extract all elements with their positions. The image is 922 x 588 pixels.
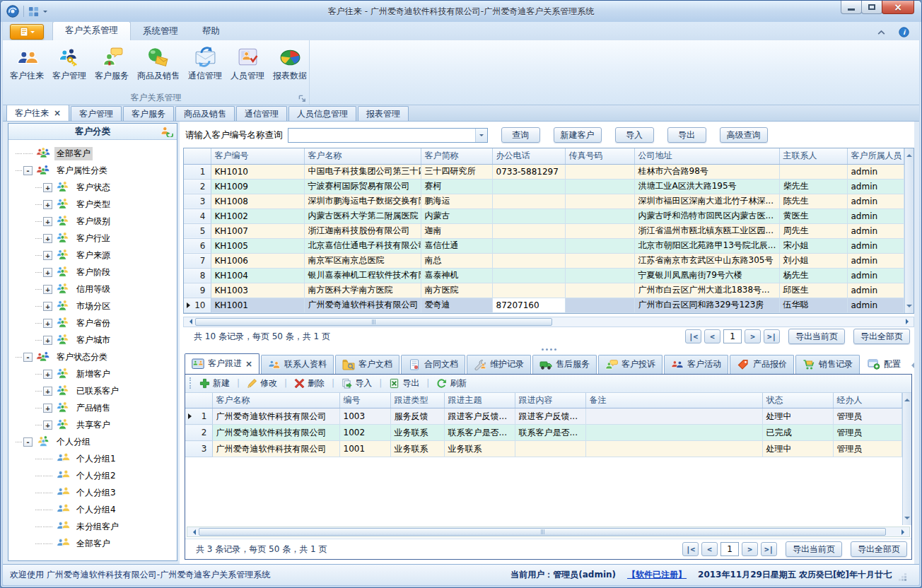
minimize-button[interactable]	[841, 1, 862, 14]
edit-button[interactable]: 修改	[245, 377, 279, 389]
tree-item[interactable]: 个人分组3	[8, 484, 177, 501]
scroll-left-icon[interactable]	[184, 317, 194, 327]
window-layout-icon[interactable]	[28, 6, 39, 17]
scroll-down-icon[interactable]	[904, 517, 910, 522]
expand-toggle-icon[interactable]: +	[43, 183, 52, 192]
table-row[interactable]: 1广州爱奇迪软件科技有限公司1003服务反馈跟进客户反馈...跟进客户反馈...…	[185, 408, 902, 425]
resize-grip-icon[interactable]	[904, 579, 906, 581]
export-current-page-button[interactable]: 导出当前页	[786, 541, 842, 557]
scroll-right-icon[interactable]	[899, 527, 909, 536]
tab-close-icon[interactable]: ×	[245, 360, 252, 368]
tree-item[interactable]: +市场分区	[8, 298, 177, 314]
import-button[interactable]: 导入	[339, 377, 374, 389]
table-row[interactable]: 5KH1007浙江迦南科技股份有限公司迦南浙江省温州市瓯北镇东瓯工业区园...周…	[184, 223, 904, 238]
advanced-query-button[interactable]: 高级查询	[720, 127, 768, 143]
expand-toggle-icon[interactable]: -	[23, 437, 33, 447]
panel-splitter[interactable]	[183, 346, 914, 353]
add-button[interactable]: 新建	[197, 377, 232, 389]
search-input[interactable]	[288, 129, 475, 142]
page-number-input[interactable]	[723, 329, 742, 343]
first-page-button[interactable]: |<	[685, 329, 701, 343]
ribbon-button[interactable]: 客户服务	[91, 44, 133, 83]
main-grid-horizontal-scrollbar[interactable]	[183, 317, 914, 327]
export-all-pages-button[interactable]: 导出全部页	[853, 329, 910, 344]
scrollbar-thumb[interactable]	[195, 318, 552, 326]
table-row[interactable]: 3KH1008深圳市鹏海运电子数据交换有限公司鹏海运深圳市福田区深南大道北竹子林…	[184, 194, 904, 208]
detail-tab[interactable]: 联系人资料	[261, 355, 334, 374]
export-button[interactable]: 导出	[387, 377, 421, 389]
ribbon-button[interactable]: 人员管理	[226, 44, 269, 83]
expand-toggle-icon[interactable]: +	[43, 268, 52, 277]
last-page-button[interactable]: >|	[761, 542, 777, 556]
table-row[interactable]: 7KH1006南京军区南京总医院南总江苏省南京市玄武区中山东路305号刘小姐ad…	[184, 253, 904, 268]
prev-page-button[interactable]: <	[704, 329, 720, 343]
table-row[interactable]: 2KH1009宁波赛柯国际贸易有限公司赛柯洪塘工业A区洪大路195号柴先生adm…	[184, 179, 904, 194]
column-header[interactable]: 编号	[339, 393, 390, 408]
tab-close-icon[interactable]: ×	[54, 110, 61, 117]
tree-item[interactable]: 个人分组1	[8, 450, 177, 467]
export-button[interactable]: 导出	[667, 127, 706, 143]
detail-tab[interactable]: 合同文档	[401, 355, 465, 374]
maximize-button[interactable]	[861, 1, 882, 14]
expand-toggle-icon[interactable]: +	[43, 387, 52, 396]
column-header[interactable]: 跟进内容	[515, 393, 585, 408]
tree-item[interactable]: +新增客户	[8, 365, 177, 382]
document-tab[interactable]: 通信管理	[236, 106, 287, 121]
page-number-input[interactable]	[720, 542, 739, 556]
ribbon-tab[interactable]: 帮助	[190, 23, 232, 40]
main-grid-vertical-scrollbar[interactable]	[904, 148, 914, 313]
table-row[interactable]: 4KH1002内蒙古医科大学第二附属医院内蒙古内蒙古呼和浩特市回民区内蒙古医..…	[184, 208, 904, 223]
column-header[interactable]: 客户名称	[304, 148, 421, 164]
new-customer-button[interactable]: 新建客户	[554, 127, 602, 143]
next-page-button[interactable]: >	[745, 329, 761, 343]
tree-item[interactable]: 全部客户	[8, 145, 177, 162]
detail-tab[interactable]: 销售记录	[795, 355, 860, 374]
detail-tab[interactable]: 产品报价	[730, 355, 794, 374]
expand-toggle-icon[interactable]: -	[23, 353, 33, 362]
tree-item[interactable]: +信用等级	[8, 281, 177, 298]
expand-toggle-icon[interactable]: +	[43, 234, 52, 243]
tree-item[interactable]: 个人分组4	[8, 501, 177, 518]
column-header[interactable]: 备注	[585, 393, 762, 408]
qat-dropdown-icon[interactable]	[43, 11, 47, 15]
column-header[interactable]: 客户编号	[211, 148, 304, 164]
prev-page-button[interactable]: <	[701, 542, 718, 556]
column-header[interactable]: 客户所属人员	[847, 148, 904, 164]
category-settings-icon[interactable]	[161, 126, 173, 137]
ribbon-button[interactable]: 商品及销售	[133, 44, 184, 83]
expand-toggle-icon[interactable]: +	[43, 217, 52, 226]
last-page-button[interactable]: >|	[764, 329, 780, 343]
scroll-up-icon[interactable]	[906, 151, 912, 157]
column-header[interactable]: 跟进主题	[444, 393, 515, 408]
ribbon-tab[interactable]: 系统管理	[131, 23, 190, 40]
expand-toggle-icon[interactable]: +	[43, 336, 52, 345]
tree-item[interactable]: +产品销售	[8, 399, 177, 416]
detail-tab[interactable]: 客户跟进×	[185, 353, 259, 374]
table-row[interactable]: 9KH1003南方医科大学南方医院南方医院广州市白云区广州大道北1838号...…	[184, 283, 904, 298]
document-tab[interactable]: 客户服务	[123, 106, 174, 121]
application-menu-button[interactable]	[10, 24, 44, 40]
combo-dropdown-button[interactable]	[475, 129, 487, 142]
scrollbar-thumb[interactable]	[199, 528, 886, 536]
expand-toggle-icon[interactable]: +	[43, 404, 52, 413]
scroll-up-icon[interactable]	[904, 396, 910, 401]
ribbon-button[interactable]: 报表数据	[269, 44, 311, 83]
scroll-tabs-left-icon[interactable]	[909, 363, 914, 368]
first-page-button[interactable]: |<	[682, 542, 699, 556]
document-tab[interactable]: 客户往来×	[6, 105, 69, 121]
export-current-page-button[interactable]: 导出当前页	[788, 329, 845, 344]
column-header[interactable]: 客户名称	[212, 393, 339, 408]
table-row[interactable]: 6KH1005北京嘉信仕通电子科技有限公司嘉信仕通北京市朝阳区北苑路甲13号院北…	[184, 238, 904, 253]
detail-tab[interactable]: 售后服务	[532, 355, 597, 374]
collapse-ribbon-icon[interactable]	[877, 29, 886, 35]
close-button[interactable]: ×	[882, 1, 914, 14]
tree-item[interactable]: +客户城市	[8, 331, 177, 348]
ribbon-button[interactable]: 通信管理	[184, 44, 226, 83]
tree-item[interactable]: +共享客户	[8, 416, 177, 433]
expand-toggle-icon[interactable]: +	[43, 370, 52, 379]
tree-item[interactable]: 个人分组2	[8, 467, 177, 484]
export-all-pages-button[interactable]: 导出全部页	[851, 541, 907, 557]
scroll-right-icon[interactable]	[903, 317, 914, 327]
next-page-button[interactable]: >	[742, 542, 758, 556]
scroll-down-icon[interactable]	[906, 305, 912, 310]
